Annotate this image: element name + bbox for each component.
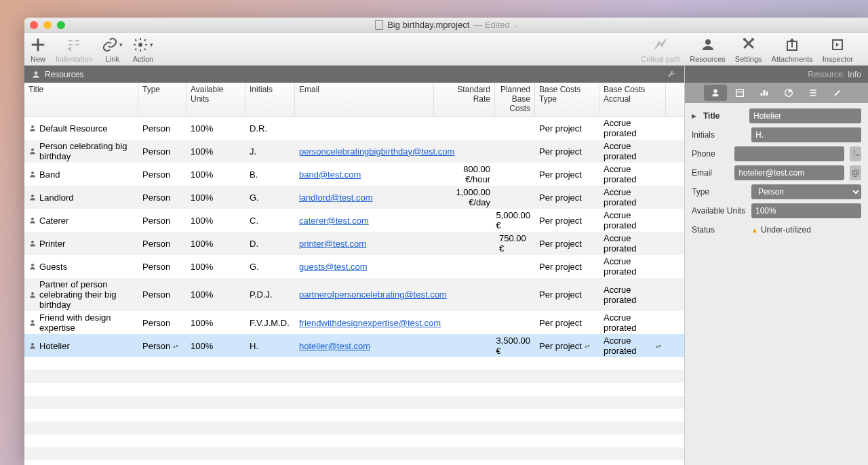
cell-planned-base-costs[interactable]: [495, 140, 535, 163]
inspector-tab-info[interactable]: [704, 85, 727, 101]
available-units-input[interactable]: [751, 203, 861, 218]
table-row[interactable]: GuestsPerson100%G.guests@test.comPer pro…: [24, 255, 684, 278]
cell-title[interactable]: Default Resource: [24, 117, 138, 140]
wrench-icon[interactable]: [667, 68, 677, 81]
action-button[interactable]: ▾ Action: [132, 35, 153, 63]
initials-input[interactable]: [751, 127, 861, 142]
cell-base-costs-accrual[interactable]: Accrue prorated: [599, 255, 666, 278]
minimize-button[interactable]: [43, 21, 52, 29]
cell-available-units[interactable]: 100%: [186, 255, 245, 278]
cell-available-units[interactable]: 100%: [186, 117, 245, 140]
cell-planned-base-costs[interactable]: [495, 311, 535, 334]
cell-type[interactable]: Person: [138, 140, 186, 163]
cell-base-costs-accrual[interactable]: Accrue prorated: [599, 278, 666, 311]
cell-standard-rate[interactable]: [434, 311, 495, 334]
table-row[interactable]: PrinterPerson100%D.printer@test.com750.0…: [24, 232, 684, 255]
link-button[interactable]: ▾ Link: [102, 35, 123, 63]
cell-type[interactable]: Person: [138, 209, 186, 232]
cell-standard-rate[interactable]: 800.00 €/hour: [434, 163, 495, 186]
inspector-tab-calendar[interactable]: [728, 85, 751, 101]
cell-planned-base-costs[interactable]: [495, 117, 535, 140]
cell-available-units[interactable]: 100%: [186, 334, 245, 357]
resources-tab[interactable]: Resources: [31, 70, 83, 79]
cell-base-costs-type[interactable]: Per project: [535, 209, 599, 232]
cell-initials[interactable]: C.: [245, 209, 295, 232]
table-row[interactable]: Partner of person celebrating their big …: [24, 278, 684, 311]
cell-base-costs-type[interactable]: Per project: [535, 186, 599, 209]
table-row[interactable]: Friend with design expertisePerson100%F.…: [24, 311, 684, 334]
cell-title[interactable]: Landlord: [24, 186, 138, 209]
table-row[interactable]: HotelierPerson▴▾100%H.hotelier@test.com3…: [24, 334, 684, 357]
cell-email[interactable]: hotelier@test.com: [295, 334, 434, 357]
cell-type[interactable]: Person: [138, 186, 186, 209]
cell-title[interactable]: Printer: [24, 232, 138, 255]
col-type[interactable]: Type: [138, 83, 186, 116]
cell-base-costs-accrual[interactable]: Accrue prorated: [599, 209, 666, 232]
cell-title[interactable]: Friend with design expertise: [24, 311, 138, 334]
table-row[interactable]: LandlordPerson100%G.landlord@test.com1,0…: [24, 186, 684, 209]
cell-type[interactable]: Person: [138, 311, 186, 334]
email-link[interactable]: guests@test.com: [299, 262, 368, 272]
critical-path-button[interactable]: Critical path: [641, 35, 680, 63]
cell-base-costs-type[interactable]: Per project: [535, 255, 599, 278]
phone-action-button[interactable]: [850, 146, 861, 161]
cell-base-costs-accrual[interactable]: Accrue prorated: [599, 117, 666, 140]
email-link[interactable]: landlord@test.com: [299, 193, 373, 203]
disclosure-triangle-icon[interactable]: ▶: [692, 113, 696, 119]
cell-standard-rate[interactable]: [434, 334, 495, 357]
cell-standard-rate[interactable]: [434, 232, 495, 255]
resources-button[interactable]: Resources: [690, 35, 726, 63]
cell-initials[interactable]: H.: [245, 334, 295, 357]
col-available-units[interactable]: Available Units: [186, 83, 245, 116]
email-action-button[interactable]: @: [850, 165, 861, 180]
cell-type[interactable]: Person▴▾: [138, 334, 186, 357]
cell-base-costs-type[interactable]: Per project: [535, 278, 599, 311]
cell-initials[interactable]: P.D.J.: [245, 278, 295, 311]
col-initials[interactable]: Initials: [245, 83, 295, 116]
cell-base-costs-accrual[interactable]: Accrue prorated: [599, 140, 666, 163]
inspector-tab-utilization[interactable]: [777, 85, 800, 101]
table-body[interactable]: Default ResourcePerson100%D.R.Per projec…: [24, 117, 684, 465]
cell-title[interactable]: Person celebrating big birthday: [24, 140, 138, 163]
cell-standard-rate[interactable]: [434, 140, 495, 163]
cell-email[interactable]: landlord@test.com: [295, 186, 434, 209]
new-button[interactable]: New: [30, 35, 46, 63]
cell-base-costs-type[interactable]: Per project: [535, 163, 599, 186]
phone-input[interactable]: [734, 146, 844, 161]
cell-available-units[interactable]: 100%: [186, 186, 245, 209]
title-input[interactable]: [749, 108, 861, 123]
cell-initials[interactable]: J.: [245, 140, 295, 163]
table-row[interactable]: BandPerson100%B.band@test.com800.00 €/ho…: [24, 163, 684, 186]
cell-planned-base-costs[interactable]: [495, 163, 535, 186]
cell-standard-rate[interactable]: [434, 255, 495, 278]
cell-title[interactable]: Caterer: [24, 209, 138, 232]
cell-base-costs-type[interactable]: Per project: [535, 232, 599, 255]
type-select[interactable]: Person: [751, 184, 861, 199]
table-row[interactable]: CatererPerson100%C.caterer@test.com5,000…: [24, 209, 684, 232]
col-email[interactable]: Email: [295, 83, 434, 116]
cell-standard-rate[interactable]: 1,000.00 €/day: [434, 186, 495, 209]
cell-type[interactable]: Person: [138, 255, 186, 278]
cell-title[interactable]: Partner of person celebrating their big …: [24, 278, 138, 311]
inspector-button[interactable]: Inspector: [823, 35, 853, 63]
cell-title[interactable]: Band: [24, 163, 138, 186]
email-input[interactable]: [734, 165, 844, 180]
cell-initials[interactable]: G.: [245, 255, 295, 278]
cell-available-units[interactable]: 100%: [186, 209, 245, 232]
col-base-costs-accrual[interactable]: Base Costs Accrual: [599, 83, 666, 116]
cell-available-units[interactable]: 100%: [186, 140, 245, 163]
col-title[interactable]: Title: [24, 83, 138, 116]
cell-title[interactable]: Hotelier: [24, 334, 138, 357]
cell-initials[interactable]: F.V.J.M.D.: [245, 311, 295, 334]
cell-standard-rate[interactable]: [434, 278, 495, 311]
cell-base-costs-accrual[interactable]: Accrue prorated: [599, 232, 666, 255]
email-link[interactable]: printer@test.com: [299, 239, 366, 249]
email-link[interactable]: partnerofpersoncelebrating@test.com: [299, 289, 447, 300]
email-link[interactable]: caterer@test.com: [299, 216, 369, 226]
email-link[interactable]: personcelebratingbigbirthday@test.com: [299, 146, 454, 157]
table-row[interactable]: Person celebrating big birthdayPerson100…: [24, 140, 684, 163]
cell-email[interactable]: personcelebratingbigbirthday@test.com: [295, 140, 434, 163]
cell-planned-base-costs[interactable]: [495, 255, 535, 278]
email-link[interactable]: hotelier@test.com: [299, 341, 370, 351]
email-link[interactable]: friendwithdesignexpertise@test.com: [299, 318, 441, 328]
